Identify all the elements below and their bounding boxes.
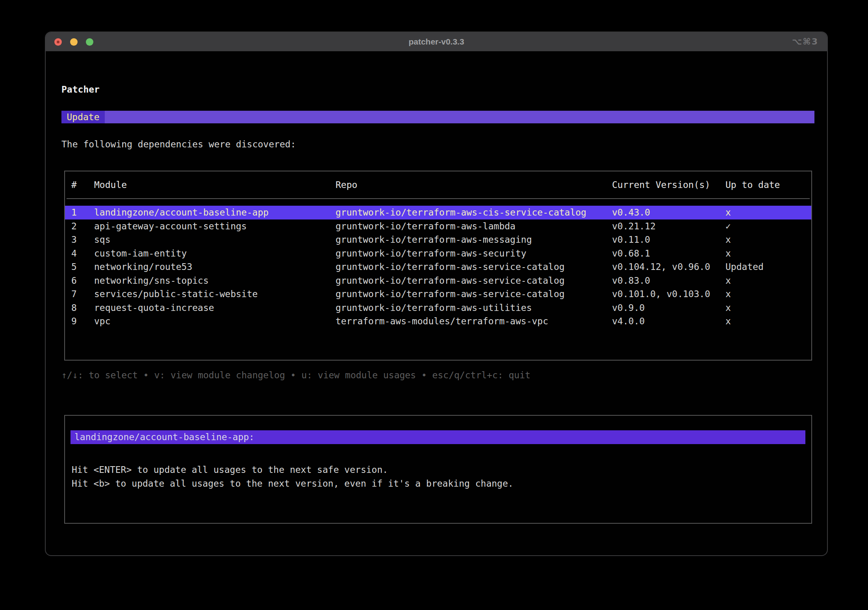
detail-instructions: Hit <ENTER> to update all usages to the … bbox=[72, 463, 514, 491]
status-cell: x bbox=[725, 274, 811, 288]
repo-cell: terraform-aws-modules/terraform-aws-vpc bbox=[336, 314, 612, 328]
row-num-cell: 2 bbox=[71, 219, 94, 233]
versions-cell: v0.101.0, v0.103.0 bbox=[612, 287, 725, 301]
repo-cell: gruntwork-io/terraform-aws-service-catal… bbox=[336, 260, 612, 274]
repo-cell: gruntwork-io/terraform-aws-service-catal… bbox=[336, 274, 612, 288]
module-cell: sqs bbox=[94, 233, 336, 247]
selected-module-heading: landingzone/account-baseline-app: bbox=[70, 430, 805, 444]
row-num-cell: 7 bbox=[71, 287, 94, 301]
module-cell: vpc bbox=[94, 314, 336, 328]
status-cell: x bbox=[725, 206, 811, 219]
status-cell: x bbox=[725, 233, 811, 247]
versions-cell: v0.11.0 bbox=[612, 233, 725, 247]
row-num-cell: 3 bbox=[71, 233, 94, 247]
status-cell: x bbox=[725, 301, 811, 315]
titlebar: patcher-v0.3.3 ⌥⌘3 bbox=[46, 32, 827, 51]
table-row[interactable]: 9 vpc terraform-aws-modules/terraform-aw… bbox=[65, 314, 811, 328]
module-cell: networking/route53 bbox=[94, 260, 336, 274]
row-num-cell: 4 bbox=[71, 247, 94, 260]
terminal-window: patcher-v0.3.3 ⌥⌘3 Patcher Update The fo… bbox=[45, 32, 828, 556]
module-cell: api-gateway-account-settings bbox=[94, 219, 336, 233]
col-header-uptodate: Up to date bbox=[725, 179, 811, 191]
table-row[interactable]: 1 landingzone/account-baseline-app grunt… bbox=[65, 206, 811, 219]
window-title: patcher-v0.3.3 bbox=[46, 32, 827, 51]
module-cell: services/public-static-website bbox=[94, 287, 336, 301]
row-num-cell: 9 bbox=[71, 314, 94, 328]
table-row[interactable]: 8 request-quota-increase gruntwork-io/te… bbox=[65, 301, 811, 315]
status-cell: Updated bbox=[725, 260, 811, 274]
detail-line-breaking: Hit <b> to update all usages to the next… bbox=[72, 477, 514, 491]
repo-cell: gruntwork-io/terraform-aws-messaging bbox=[336, 233, 612, 247]
status-cell: ✓ bbox=[725, 219, 811, 233]
table-rows: 1 landingzone/account-baseline-app grunt… bbox=[65, 206, 811, 328]
versions-cell: v0.83.0 bbox=[612, 274, 725, 288]
tab-update[interactable]: Update bbox=[61, 111, 105, 123]
table-header: # Module Repo Current Version(s) Up to d… bbox=[65, 179, 811, 191]
header-separator bbox=[67, 198, 810, 199]
row-num-cell: 6 bbox=[71, 274, 94, 288]
status-cell: x bbox=[725, 247, 811, 260]
versions-cell: v0.9.0 bbox=[612, 301, 725, 315]
table-row[interactable]: 7 services/public-static-website gruntwo… bbox=[65, 287, 811, 301]
col-header-repo: Repo bbox=[336, 179, 612, 191]
repo-cell: gruntwork-io/terraform-aws-security bbox=[336, 247, 612, 260]
versions-cell: v4.0.0 bbox=[612, 314, 725, 328]
app-heading: Patcher bbox=[61, 84, 100, 95]
versions-cell: v0.21.12 bbox=[612, 219, 725, 233]
row-num-cell: 1 bbox=[71, 206, 94, 219]
intro-text: The following dependencies were discover… bbox=[61, 138, 296, 150]
repo-cell: gruntwork-io/terraform-aws-cis-service-c… bbox=[336, 206, 612, 219]
table-row[interactable]: 5 networking/route53 gruntwork-io/terraf… bbox=[65, 260, 811, 274]
col-header-versions: Current Version(s) bbox=[612, 179, 725, 191]
module-cell: request-quota-increase bbox=[94, 301, 336, 315]
module-cell: custom-iam-entity bbox=[94, 247, 336, 260]
module-cell: landingzone/account-baseline-app bbox=[94, 206, 336, 219]
table-row[interactable]: 2 api-gateway-account-settings gruntwork… bbox=[65, 219, 811, 233]
help-bar: ↑/↓: to select • v: view module changelo… bbox=[61, 369, 530, 381]
status-cell: x bbox=[725, 314, 811, 328]
versions-cell: v0.68.1 bbox=[612, 247, 725, 260]
col-header-number: # bbox=[71, 179, 94, 191]
table-row[interactable]: 4 custom-iam-entity gruntwork-io/terrafo… bbox=[65, 247, 811, 260]
repo-cell: gruntwork-io/terraform-aws-lambda bbox=[336, 219, 612, 233]
detail-panel: landingzone/account-baseline-app: Hit <E… bbox=[64, 415, 812, 524]
tab-bar: Update bbox=[61, 111, 814, 123]
repo-cell: gruntwork-io/terraform-aws-utilities bbox=[336, 301, 612, 315]
versions-cell: v0.104.12, v0.96.0 bbox=[612, 260, 725, 274]
window-shortcut-badge: ⌥⌘3 bbox=[792, 32, 818, 51]
table-row[interactable]: 6 networking/sns-topics gruntwork-io/ter… bbox=[65, 274, 811, 288]
module-cell: networking/sns-topics bbox=[94, 274, 336, 288]
repo-cell: gruntwork-io/terraform-aws-service-catal… bbox=[336, 287, 612, 301]
detail-line-enter: Hit <ENTER> to update all usages to the … bbox=[72, 463, 514, 477]
row-num-cell: 8 bbox=[71, 301, 94, 315]
versions-cell: v0.43.0 bbox=[612, 206, 725, 219]
table-row[interactable]: 3 sqs gruntwork-io/terraform-aws-messagi… bbox=[65, 233, 811, 247]
row-num-cell: 5 bbox=[71, 260, 94, 274]
dependencies-table: # Module Repo Current Version(s) Up to d… bbox=[64, 171, 812, 361]
status-cell: x bbox=[725, 287, 811, 301]
col-header-module: Module bbox=[94, 179, 336, 191]
